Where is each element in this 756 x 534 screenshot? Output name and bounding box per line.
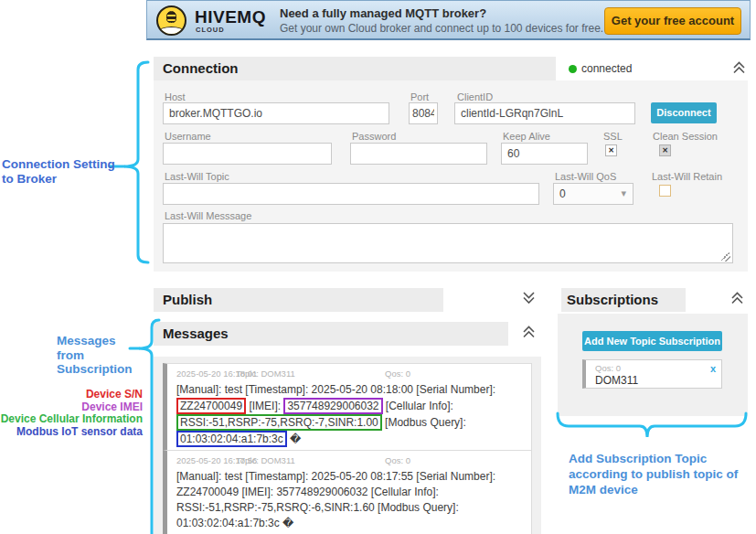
subscriptions-collapse-icon[interactable] xyxy=(729,291,745,304)
last-will-retain-checkbox[interactable] xyxy=(659,185,671,197)
highlight-box-cellular: RSSI:-51,RSRP:-75,RSRQ:-7,SINR:1.00 xyxy=(176,414,382,431)
hivemq-bee-logo-icon xyxy=(156,5,186,36)
username-input[interactable] xyxy=(163,143,332,165)
ssl-checkbox[interactable] xyxy=(605,144,617,156)
highlight-box-serial: ZZ24700049 xyxy=(176,398,246,414)
hivemq-logo-title: HIVEMQ xyxy=(195,7,266,27)
last-will-topic-label: Last-Will Topic xyxy=(165,171,229,182)
subscriptions-panel: Add New Topic Subscription Qos: 0 DOM311… xyxy=(558,314,748,416)
subscription-card: Qos: 0 DOM311 x xyxy=(582,359,722,389)
publish-title: Publish xyxy=(163,292,212,307)
subscriptions-title: Subscriptions xyxy=(567,292,658,307)
legend-modbus-sensor: Modbus IoT sensor data xyxy=(0,426,143,438)
hivemq-cloud-banner: HIVEMQ CLOUD Need a fully managed MQTT b… xyxy=(146,0,751,40)
dropdown-caret-icon: ▾ xyxy=(621,187,626,199)
username-label: Username xyxy=(165,131,211,142)
connection-form: Host Port ClientID Disconnect Username P… xyxy=(154,80,748,272)
subscription-annotation-brace xyxy=(554,410,750,443)
messages-title: Messages xyxy=(163,326,229,341)
port-label: Port xyxy=(410,91,429,102)
message-qos: Qos: 0 xyxy=(385,455,410,465)
message-payload: [Manual]: test [Timestamp]: 2025-05-20 0… xyxy=(176,382,524,447)
subscription-topic: DOM311 xyxy=(595,374,716,387)
messages-annotation-text: Messages from Subscription xyxy=(57,335,133,378)
keep-alive-input[interactable] xyxy=(501,143,588,165)
highlight-box-imei: 357748929006032 xyxy=(283,398,382,414)
publish-expand-icon[interactable] xyxy=(521,291,537,304)
hivemq-logo-subtitle: CLOUD xyxy=(196,26,225,34)
clean-session-checkbox[interactable] xyxy=(659,144,671,156)
textarea-resize-handle[interactable] xyxy=(721,252,730,262)
last-will-message-label: Last-Will Messsage xyxy=(165,210,251,221)
connection-collapse-icon[interactable] xyxy=(731,60,747,74)
last-will-qos-value: 0 xyxy=(559,187,566,200)
last-will-retain-label: Last-Will Retain xyxy=(652,171,722,182)
get-free-account-button[interactable]: Get your free account xyxy=(604,7,741,35)
clientid-input[interactable] xyxy=(454,102,635,124)
connection-status-text: connected xyxy=(581,62,632,75)
message-qos: Qos: 0 xyxy=(385,368,410,379)
message-card: 2025-05-20 16:17:56 Topic: DOM311 Qos: 0… xyxy=(163,450,532,534)
message-card: 2025-05-20 16:18:01 Topic: DOM311 Qos: 0… xyxy=(163,363,532,454)
legend-device-sn: Device S/N xyxy=(0,389,143,400)
messages-collapse-icon[interactable] xyxy=(521,325,537,338)
message-topic: Topic: DOM311 xyxy=(236,455,295,465)
keep-alive-label: Keep Alive xyxy=(503,131,550,142)
last-will-message-textarea[interactable] xyxy=(163,223,733,263)
message-highlight-legend: Device S/N Device IMEI Device Cellular I… xyxy=(0,389,143,438)
connected-status-dot xyxy=(569,65,577,73)
password-input[interactable] xyxy=(350,143,487,165)
subscription-qos: Qos: 0 xyxy=(595,363,716,373)
remove-subscription-button[interactable]: x xyxy=(710,363,716,374)
host-input[interactable] xyxy=(163,102,389,124)
last-will-qos-select[interactable]: 0 ▾ xyxy=(553,183,634,205)
banner-subheadline: Get your own Cloud broker and connect up… xyxy=(280,22,603,35)
clientid-label: ClientID xyxy=(457,91,493,102)
legend-device-cellular: Device Cellular Information xyxy=(0,413,143,425)
banner-headline: Need a fully managed MQTT broker? xyxy=(280,6,486,20)
legend-device-imei: Device IMEI xyxy=(0,401,143,413)
add-new-topic-subscription-button[interactable]: Add New Topic Subscription xyxy=(582,331,722,351)
highlight-box-modbus: 01:03:02:04:a1:7b:3c xyxy=(176,431,287,447)
last-will-topic-input[interactable] xyxy=(163,183,539,205)
host-label: Host xyxy=(165,91,186,102)
message-topic: Topic: DOM311 xyxy=(236,368,295,379)
message-payload: [Manual]: test [Timestamp]: 2025-05-20 0… xyxy=(176,469,524,531)
port-input[interactable] xyxy=(409,102,438,124)
password-label: Password xyxy=(352,131,396,142)
connection-annotation-text: Connection Setting to Broker xyxy=(2,157,115,187)
clean-session-label: Clean Session xyxy=(653,131,718,142)
ssl-label: SSL xyxy=(603,131,623,142)
connection-title: Connection xyxy=(163,60,239,76)
mqtt-websocket-client-screen: HIVEMQ CLOUD Need a fully managed MQTT b… xyxy=(0,0,756,534)
messages-panel: 2025-05-20 16:18:01 Topic: DOM311 Qos: 0… xyxy=(154,357,541,534)
last-will-qos-label: Last-Will QoS xyxy=(555,171,616,182)
subscription-annotation-text: Add Subscription Topic according to publ… xyxy=(569,451,738,497)
disconnect-button[interactable]: Disconnect xyxy=(651,102,717,123)
